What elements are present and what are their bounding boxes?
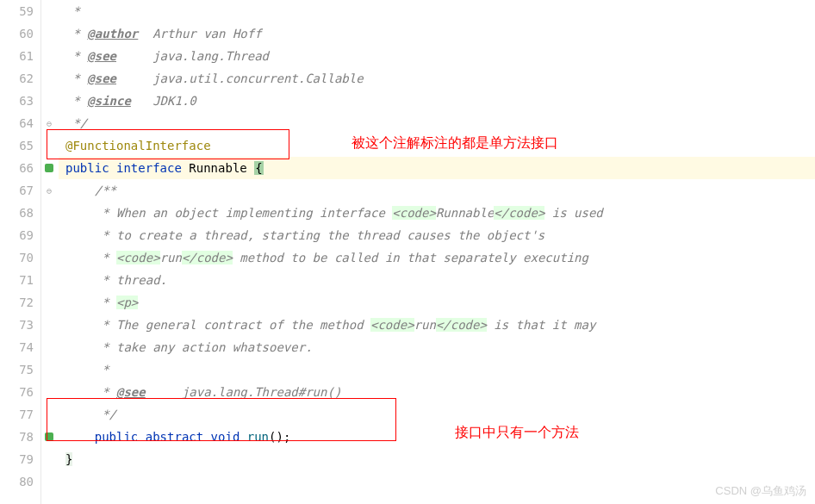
comment-text: */ <box>65 116 87 130</box>
html-tag: <code> <box>116 251 160 264</box>
line-number[interactable]: 80 <box>0 470 34 493</box>
line-number[interactable]: 71 <box>0 269 34 291</box>
code-editor: 59 60 61 62 63 64 65 66 67 68 69 70 71 7… <box>0 0 815 504</box>
doc-tag: @see <box>87 72 116 85</box>
comment-text: Runnable <box>436 206 494 220</box>
line-number[interactable]: 60 <box>0 22 34 45</box>
line-number[interactable]: 70 <box>0 246 34 269</box>
line-number[interactable]: 79 <box>0 448 34 470</box>
watermark: CSDN @乌鱼鸡汤 <box>715 483 806 499</box>
comment-text: * The general contract of the method <box>65 318 370 332</box>
comment-text: run <box>160 251 182 264</box>
comment-text: run <box>414 318 436 332</box>
comment-text: is used <box>544 206 602 220</box>
html-tag: <code> <box>392 206 436 220</box>
comment-text: * <box>65 94 87 108</box>
comment-text: method to be called in that separately e… <box>233 251 588 264</box>
html-tag: </code> <box>494 206 544 220</box>
comment-text: java.lang.Thread <box>116 49 269 63</box>
line-number[interactable]: 65 <box>0 134 34 157</box>
code-content[interactable]: * * @author Arthur van Hoff * @see java.… <box>59 0 815 504</box>
keyword: void <box>211 430 240 444</box>
doc-tag: @see <box>87 49 116 63</box>
comment-text: * <box>65 27 87 40</box>
annotation: @FunctionalInterface <box>65 139 211 152</box>
class-name: Runnable <box>189 161 246 175</box>
annotation-text: 接口中只有一个方法 <box>455 424 579 442</box>
line-number[interactable]: 78 <box>0 426 34 448</box>
comment-text: * take any action whatsoever. <box>65 340 313 354</box>
comment-text: * When an object implementing interface <box>65 206 392 220</box>
html-tag: </code> <box>436 318 487 332</box>
comment-text: * <box>65 72 87 85</box>
comment-text: * thread. <box>65 273 167 287</box>
punctuation: (); <box>269 430 290 444</box>
gutter-markers: ⊖ ⊖ <box>41 0 59 504</box>
keyword: public <box>95 430 139 444</box>
comment-text: is that it may <box>487 318 595 332</box>
line-number[interactable]: 63 <box>0 90 34 112</box>
line-number[interactable]: 77 <box>0 403 34 426</box>
comment-text: * <box>65 296 116 309</box>
line-number-gutter: 59 60 61 62 63 64 65 66 67 68 69 70 71 7… <box>0 0 41 504</box>
comment-text: * <box>65 251 116 264</box>
line-number[interactable]: 76 <box>0 381 34 403</box>
keyword: public <box>65 161 109 175</box>
doc-tag: @author <box>87 27 138 40</box>
comment-text: */ <box>65 408 116 421</box>
fold-icon[interactable]: ⊖ <box>41 112 57 134</box>
cursor-position: { <box>254 161 263 175</box>
line-number[interactable]: 75 <box>0 358 34 381</box>
line-number[interactable]: 64 <box>0 112 34 134</box>
comment-text: * <box>65 363 109 376</box>
comment-text: * <box>65 4 80 18</box>
line-number[interactable]: 72 <box>0 291 34 314</box>
keyword: abstract <box>146 430 203 444</box>
comment-text: JDK1.0 <box>131 94 196 108</box>
doc-tag: @see <box>116 385 146 399</box>
line-number[interactable]: 59 <box>0 0 34 22</box>
comment-text: Arthur van Hoff <box>138 27 261 40</box>
html-tag: </code> <box>182 251 233 264</box>
brace: } <box>65 452 72 466</box>
comment-text: java.lang.Thread#run() <box>146 385 342 399</box>
html-tag: <code> <box>370 318 414 332</box>
comment-text: * <box>65 49 87 63</box>
annotation-text: 被这个注解标注的都是单方法接口 <box>352 134 558 152</box>
comment-text: /** <box>65 184 116 197</box>
line-number[interactable]: 62 <box>0 67 34 90</box>
line-number[interactable]: 73 <box>0 314 34 336</box>
keyword: interface <box>116 161 182 175</box>
comment-text: * <box>65 385 116 399</box>
line-number[interactable]: 74 <box>0 336 34 358</box>
html-tag: <p> <box>116 296 138 309</box>
line-number[interactable]: 69 <box>0 224 34 246</box>
line-number[interactable]: 66 <box>0 157 34 179</box>
gutter-marker[interactable] <box>41 426 57 448</box>
method-name: run <box>247 430 269 444</box>
highlighted-line: public interface Runnable { <box>59 157 815 179</box>
comment-text: java.util.concurrent.Callable <box>116 72 364 85</box>
comment-text: * to create a thread, starting the threa… <box>65 228 544 242</box>
line-number[interactable]: 67 <box>0 179 34 202</box>
gutter-marker[interactable] <box>41 157 57 179</box>
line-number[interactable]: 68 <box>0 202 34 224</box>
fold-icon[interactable]: ⊖ <box>41 179 57 202</box>
doc-tag: @since <box>87 94 131 108</box>
line-number[interactable]: 61 <box>0 45 34 67</box>
